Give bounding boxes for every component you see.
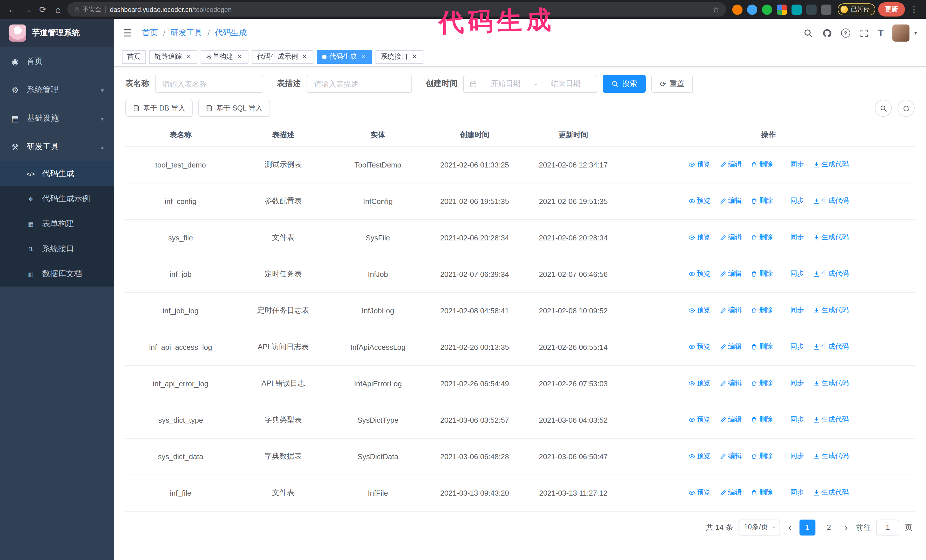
breadcrumb-home[interactable]: 首页 [142, 28, 158, 38]
sidebar-toggle-icon[interactable]: ☰ [123, 27, 132, 39]
close-icon[interactable]: × [301, 53, 308, 60]
delete-link[interactable]: 删除 [751, 342, 773, 352]
tab-trace[interactable]: 链路追踪× [149, 50, 197, 63]
home-icon[interactable]: ⌂ [52, 3, 64, 16]
edit-link[interactable]: 编辑 [719, 160, 741, 169]
preview-link[interactable]: 预览 [688, 379, 711, 388]
import-sql-button[interactable]: 基于 SQL 导入 [198, 100, 270, 117]
preview-link[interactable]: 预览 [688, 196, 711, 206]
generate-code-link[interactable]: 生成代码 [813, 342, 849, 352]
prev-page-button[interactable]: ‹ [786, 522, 794, 532]
edit-link[interactable]: 编辑 [719, 415, 741, 425]
sidebar-item-system[interactable]: ⚙ 系统管理 ▾ [0, 76, 114, 104]
tab-codegen[interactable]: 代码生成× [317, 50, 372, 63]
end-date-input[interactable]: 结束日期 [540, 78, 591, 89]
sync-link[interactable]: 同步 [782, 233, 804, 242]
update-button[interactable]: 更新 [878, 2, 905, 17]
kebab-menu-icon[interactable]: ⋮ [908, 3, 920, 16]
preview-link[interactable]: 预览 [688, 451, 711, 461]
preview-link[interactable]: 预览 [688, 342, 711, 352]
sync-link[interactable]: 同步 [782, 160, 804, 169]
font-size-icon[interactable]: T [878, 28, 884, 38]
puzzle-extensions-icon[interactable] [821, 4, 831, 15]
generate-code-link[interactable]: 生成代码 [813, 488, 849, 498]
sync-link[interactable]: 同步 [782, 488, 804, 498]
user-avatar[interactable] [893, 24, 910, 42]
back-icon[interactable]: ← [6, 3, 18, 16]
page-size-select[interactable]: 10条/页▾ [739, 519, 781, 535]
close-icon[interactable]: × [236, 53, 243, 60]
refresh-button[interactable] [897, 100, 915, 117]
delete-link[interactable]: 删除 [751, 451, 773, 461]
page-2-button[interactable]: 2 [821, 519, 837, 535]
generate-code-link[interactable]: 生成代码 [813, 415, 849, 425]
address-bar[interactable]: ⚠ 不安全 dashboard.yudao.iocoder.cn/tool/co… [67, 2, 726, 17]
sidebar-item-infra[interactable]: ▤ 基础设施 ▾ [0, 104, 114, 133]
edit-link[interactable]: 编辑 [719, 488, 741, 498]
extension-icon-1[interactable] [732, 4, 743, 15]
extension-icon-6[interactable] [806, 4, 817, 15]
sidebar-item-form-builder[interactable]: ▦ 表单构建 [0, 211, 114, 236]
breadcrumb-devtools[interactable]: 研发工具 [170, 28, 202, 38]
extension-icon-2[interactable] [747, 4, 757, 15]
extension-icon-5[interactable] [791, 4, 802, 15]
delete-link[interactable]: 删除 [751, 488, 773, 498]
sync-link[interactable]: 同步 [782, 379, 804, 388]
preview-link[interactable]: 预览 [688, 488, 711, 498]
close-icon[interactable]: × [185, 53, 192, 60]
next-page-button[interactable]: › [843, 522, 850, 532]
sync-link[interactable]: 同步 [782, 269, 804, 279]
sidebar-item-home[interactable]: ◉ 首页 [0, 47, 114, 76]
sync-link[interactable]: 同步 [782, 196, 804, 206]
github-icon[interactable] [822, 28, 832, 38]
search-button[interactable]: 搜索 [603, 75, 646, 93]
generate-code-link[interactable]: 生成代码 [813, 196, 849, 206]
edit-link[interactable]: 编辑 [719, 233, 741, 242]
reset-button[interactable]: ⟳重置 [651, 75, 693, 93]
preview-link[interactable]: 预览 [688, 306, 711, 315]
fullscreen-icon[interactable] [859, 28, 869, 38]
sync-link[interactable]: 同步 [782, 342, 804, 352]
tab-form-builder[interactable]: 表单构建× [201, 50, 248, 63]
forward-icon[interactable]: → [21, 3, 33, 16]
delete-link[interactable]: 删除 [751, 160, 773, 169]
close-icon[interactable]: × [411, 53, 418, 60]
preview-link[interactable]: 预览 [688, 269, 711, 279]
preview-link[interactable]: 预览 [688, 160, 711, 169]
import-db-button[interactable]: 基于 DB 导入 [126, 100, 193, 117]
sidebar-item-system-api[interactable]: ⇅ 系统接口 [0, 236, 114, 261]
delete-link[interactable]: 删除 [751, 306, 773, 315]
help-icon[interactable]: ? [841, 29, 850, 38]
paused-badge[interactable]: 已暂停 [838, 3, 875, 15]
sidebar-item-codegen[interactable]: </> 代码生成 [0, 161, 114, 186]
generate-code-link[interactable]: 生成代码 [813, 451, 849, 461]
edit-link[interactable]: 编辑 [719, 379, 741, 388]
generate-code-link[interactable]: 生成代码 [813, 306, 849, 315]
delete-link[interactable]: 删除 [751, 233, 773, 242]
sidebar-logo[interactable]: 芋道管理系统 [0, 19, 114, 47]
sidebar-item-db-doc[interactable]: ▥ 数据库文档 [0, 261, 114, 287]
delete-link[interactable]: 删除 [751, 196, 773, 206]
extension-icon-4[interactable] [777, 4, 787, 15]
generate-code-link[interactable]: 生成代码 [813, 160, 849, 169]
start-date-input[interactable]: 开始日期 [480, 78, 531, 89]
delete-link[interactable]: 删除 [751, 269, 773, 279]
tab-system-api[interactable]: 系统接口× [375, 50, 424, 63]
tab-codegen-example[interactable]: 代码生成示例× [252, 50, 313, 63]
generate-code-link[interactable]: 生成代码 [813, 269, 849, 279]
sync-link[interactable]: 同步 [782, 306, 804, 315]
close-icon[interactable]: × [360, 53, 367, 60]
delete-link[interactable]: 删除 [751, 415, 773, 425]
bookmark-star-icon[interactable]: ☆ [713, 5, 719, 14]
generate-code-link[interactable]: 生成代码 [813, 233, 849, 242]
sync-link[interactable]: 同步 [782, 451, 804, 461]
sync-link[interactable]: 同步 [782, 415, 804, 425]
delete-link[interactable]: 删除 [751, 379, 773, 388]
edit-link[interactable]: 编辑 [719, 342, 741, 352]
generate-code-link[interactable]: 生成代码 [813, 379, 849, 388]
search-icon[interactable] [803, 28, 813, 38]
page-1-button[interactable]: 1 [799, 519, 815, 535]
edit-link[interactable]: 编辑 [719, 451, 741, 461]
date-range-picker[interactable]: 开始日期 - 结束日期 [463, 75, 597, 93]
preview-link[interactable]: 预览 [688, 233, 711, 242]
